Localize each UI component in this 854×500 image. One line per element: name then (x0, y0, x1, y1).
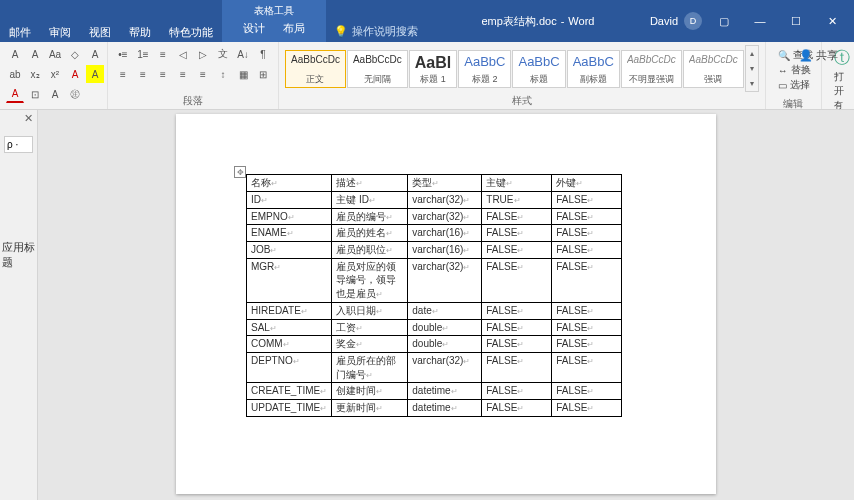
table-cell[interactable]: FALSE↵ (552, 191, 622, 208)
table-row[interactable]: SAL↵工资↵double↵FALSE↵FALSE↵ (247, 319, 622, 336)
table-row[interactable]: COMM↵奖金↵double↵FALSE↵FALSE↵ (247, 336, 622, 353)
table-cell[interactable]: double↵ (408, 336, 482, 353)
emp-table[interactable]: 名称↵描述↵类型↵主键↵外键↵ID↵主键 ID↵varchar(32)↵TRUE… (246, 174, 622, 417)
table-cell[interactable]: COMM↵ (247, 336, 332, 353)
font-size-shrink-icon[interactable]: A (26, 45, 44, 63)
table-cell[interactable]: JOB↵ (247, 242, 332, 259)
table-cell[interactable]: datetime↵ (408, 383, 482, 400)
table-move-handle-icon[interactable]: ✥ (234, 166, 246, 178)
nav-search[interactable] (4, 134, 33, 153)
strike-icon[interactable]: ab (6, 65, 24, 83)
font-color-icon[interactable]: A (6, 85, 24, 103)
text-direction-icon[interactable]: 文 (214, 45, 232, 63)
show-marks-icon[interactable]: ¶ (254, 45, 272, 63)
table-cell[interactable]: FALSE↵ (552, 302, 622, 319)
shading-icon[interactable]: ▦ (234, 65, 252, 83)
table-cell[interactable]: 主键 ID↵ (332, 191, 408, 208)
table-cell[interactable]: FALSE↵ (552, 208, 622, 225)
table-cell[interactable]: ENAME↵ (247, 225, 332, 242)
table-cell[interactable]: FALSE↵ (552, 336, 622, 353)
document-area[interactable]: ✥ 名称↵描述↵类型↵主键↵外键↵ID↵主键 ID↵varchar(32)↵TR… (38, 110, 854, 500)
table-cell[interactable]: FALSE↵ (552, 225, 622, 242)
subscript-icon[interactable]: x₂ (26, 65, 44, 83)
table-header-cell[interactable]: 描述↵ (332, 175, 408, 192)
nav-search-input[interactable] (4, 136, 33, 153)
table-row[interactable]: EMPNO↵雇员的编号↵varchar(32)↵FALSE↵FALSE↵ (247, 208, 622, 225)
superscript-icon[interactable]: x² (46, 65, 64, 83)
table-row[interactable]: DEPTNO↵雇员所在的部门编号↵varchar(32)↵FALSE↵FALSE… (247, 353, 622, 383)
table-row[interactable]: ENAME↵雇员的姓名↵varchar(16)↵FALSE↵FALSE↵ (247, 225, 622, 242)
table-cell[interactable]: 雇员的编号↵ (332, 208, 408, 225)
table-cell[interactable]: varchar(16)↵ (408, 242, 482, 259)
tell-me-search[interactable]: 💡 操作说明搜索 (326, 21, 426, 42)
align-center-icon[interactable]: ≡ (134, 65, 152, 83)
align-justify-icon[interactable]: ≡ (174, 65, 192, 83)
style-item-0[interactable]: AaBbCcDc正文 (285, 50, 346, 88)
user-account[interactable]: David D (650, 12, 702, 30)
distribute-icon[interactable]: ≡ (194, 65, 212, 83)
tab-view[interactable]: 视图 (80, 22, 120, 42)
font-size-grow-icon[interactable]: A (6, 45, 24, 63)
table-cell[interactable]: HIREDATE↵ (247, 302, 332, 319)
text-effects-icon[interactable]: A (66, 65, 84, 83)
char-shade-icon[interactable]: A (46, 85, 64, 103)
decrease-indent-icon[interactable]: ◁ (174, 45, 192, 63)
style-item-5[interactable]: AaBbC副标题 (567, 50, 620, 88)
table-header-cell[interactable]: 主键↵ (482, 175, 552, 192)
select-button[interactable]: ▭选择 (778, 78, 809, 92)
style-item-7[interactable]: AaBbCcDc强调 (683, 50, 744, 88)
table-cell[interactable]: date↵ (408, 302, 482, 319)
change-case-icon[interactable]: Aa (46, 45, 64, 63)
style-item-4[interactable]: AaBbC标题 (512, 50, 565, 88)
tab-mail[interactable]: 邮件 (0, 22, 40, 42)
table-cell[interactable]: FALSE↵ (552, 242, 622, 259)
multilevel-icon[interactable]: ≡ (154, 45, 172, 63)
translate-open[interactable]: 打开 (834, 70, 850, 98)
table-header-row[interactable]: 名称↵描述↵类型↵主键↵外键↵ (247, 175, 622, 192)
table-cell[interactable]: varchar(32)↵ (408, 258, 482, 302)
table-cell[interactable]: 创建时间↵ (332, 383, 408, 400)
increase-indent-icon[interactable]: ▷ (194, 45, 212, 63)
table-cell[interactable]: FALSE↵ (552, 353, 622, 383)
line-spacing-icon[interactable]: ↕ (214, 65, 232, 83)
tab-features[interactable]: 特色功能 (160, 22, 222, 42)
table-row[interactable]: JOB↵雇员的职位↵varchar(16)↵FALSE↵FALSE↵ (247, 242, 622, 259)
table-cell[interactable]: 入职日期↵ (332, 302, 408, 319)
table-cell[interactable]: FALSE↵ (552, 319, 622, 336)
maximize-icon[interactable]: ☐ (782, 11, 810, 31)
bullets-icon[interactable]: •≡ (114, 45, 132, 63)
table-cell[interactable]: double↵ (408, 319, 482, 336)
table-cell[interactable]: FALSE↵ (552, 258, 622, 302)
share-button[interactable]: 👤共享 (789, 44, 848, 67)
table-row[interactable]: MGR↵雇员对应的领导编号，领导也是雇员↵varchar(32)↵FALSE↵F… (247, 258, 622, 302)
table-cell[interactable]: varchar(32)↵ (408, 353, 482, 383)
table-header-cell[interactable]: 类型↵ (408, 175, 482, 192)
table-cell[interactable]: SAL↵ (247, 319, 332, 336)
table-cell[interactable]: TRUE↵ (482, 191, 552, 208)
table-row[interactable]: ID↵主键 ID↵varchar(32)↵TRUE↵FALSE↵ (247, 191, 622, 208)
nav-close-icon[interactable]: ✕ (24, 112, 33, 125)
table-cell[interactable]: FALSE↵ (482, 302, 552, 319)
style-item-3[interactable]: AaBbC标题 2 (458, 50, 511, 88)
styles-more-icon[interactable]: ▴▾▾ (745, 45, 759, 92)
table-cell[interactable]: 奖金↵ (332, 336, 408, 353)
table-cell[interactable]: varchar(16)↵ (408, 225, 482, 242)
style-item-2[interactable]: AaBl标题 1 (409, 50, 457, 88)
table-cell[interactable]: FALSE↵ (482, 258, 552, 302)
table-cell[interactable]: FALSE↵ (482, 336, 552, 353)
enclose-char-icon[interactable]: ㊟ (66, 85, 84, 103)
table-row[interactable]: UPDATE_TIME↵更新时间↵datetime↵FALSE↵FALSE↵ (247, 400, 622, 417)
table-cell[interactable]: 雇员的姓名↵ (332, 225, 408, 242)
numbering-icon[interactable]: 1≡ (134, 45, 152, 63)
align-left-icon[interactable]: ≡ (114, 65, 132, 83)
table-header-cell[interactable]: 名称↵ (247, 175, 332, 192)
tab-layout[interactable]: 布局 (274, 18, 314, 39)
table-row[interactable]: CREATE_TIME↵创建时间↵datetime↵FALSE↵FALSE↵ (247, 383, 622, 400)
table-cell[interactable]: FALSE↵ (482, 242, 552, 259)
table-cell[interactable]: FALSE↵ (482, 383, 552, 400)
table-cell[interactable]: 雇员的职位↵ (332, 242, 408, 259)
char-border-icon[interactable]: ⊡ (26, 85, 44, 103)
table-cell[interactable]: 雇员对应的领导编号，领导也是雇员↵ (332, 258, 408, 302)
phonetic-icon[interactable]: A (86, 45, 104, 63)
borders-icon[interactable]: ⊞ (254, 65, 272, 83)
